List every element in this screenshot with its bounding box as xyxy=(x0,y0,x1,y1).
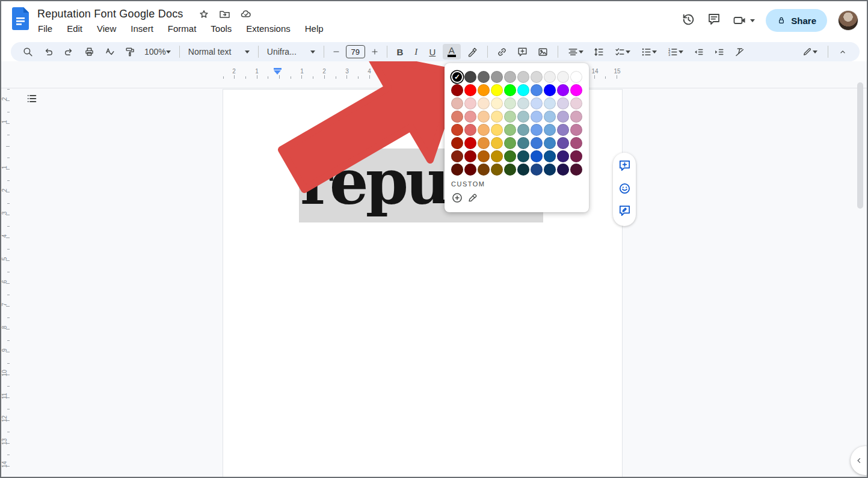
increase-font-size-button[interactable] xyxy=(369,44,381,60)
color-swatch[interactable] xyxy=(517,84,529,96)
color-swatch[interactable] xyxy=(570,137,582,149)
color-swatch[interactable] xyxy=(557,150,569,162)
color-swatch[interactable] xyxy=(504,150,516,162)
document-title[interactable]: Reputation Font Google Docs xyxy=(37,8,183,20)
share-button[interactable]: Share xyxy=(766,9,827,32)
line-spacing-icon[interactable] xyxy=(591,44,608,60)
color-swatch[interactable] xyxy=(504,137,516,149)
insert-link-icon[interactable] xyxy=(494,44,511,60)
color-swatch[interactable] xyxy=(478,164,490,176)
color-swatch[interactable] xyxy=(557,97,569,109)
color-swatch[interactable] xyxy=(517,164,529,176)
video-call-caret-icon[interactable] xyxy=(750,19,755,25)
color-swatch[interactable] xyxy=(478,111,490,123)
color-swatch[interactable] xyxy=(451,84,463,96)
paragraph-style-select[interactable]: Normal text xyxy=(186,47,252,57)
font-family-select[interactable]: Unifra... xyxy=(265,47,318,57)
search-menus-icon[interactable] xyxy=(19,44,36,60)
text-color-button[interactable]: A xyxy=(443,44,461,60)
italic-button[interactable]: I xyxy=(410,44,422,60)
bulleted-list-select[interactable] xyxy=(638,44,660,60)
add-comment-icon[interactable] xyxy=(514,44,531,60)
zoom-select[interactable]: 100% xyxy=(142,47,173,57)
menu-extensions[interactable]: Extensions xyxy=(246,23,290,34)
document-outline-icon[interactable] xyxy=(26,93,38,107)
color-swatch[interactable] xyxy=(464,124,476,136)
add-custom-color-icon[interactable] xyxy=(451,192,463,206)
color-swatch[interactable] xyxy=(504,84,516,96)
show-side-panel-button[interactable] xyxy=(851,446,868,475)
align-select[interactable] xyxy=(564,44,587,60)
account-avatar[interactable] xyxy=(838,10,858,31)
color-swatch[interactable] xyxy=(451,164,463,176)
color-swatch[interactable] xyxy=(451,137,463,149)
color-swatch[interactable] xyxy=(464,97,476,109)
editing-mode-select[interactable] xyxy=(798,44,822,60)
menu-help[interactable]: Help xyxy=(305,23,324,34)
color-swatch[interactable] xyxy=(478,71,490,83)
color-swatch[interactable] xyxy=(570,150,582,162)
color-swatch[interactable] xyxy=(517,124,529,136)
color-swatch[interactable] xyxy=(570,111,582,123)
color-swatch[interactable] xyxy=(544,111,556,123)
color-swatch[interactable] xyxy=(517,71,529,83)
menu-insert[interactable]: Insert xyxy=(131,23,153,34)
color-swatch[interactable] xyxy=(464,111,476,123)
bold-button[interactable]: B xyxy=(393,44,407,60)
color-swatch[interactable] xyxy=(531,111,543,123)
color-swatch[interactable] xyxy=(464,84,476,96)
color-swatch[interactable] xyxy=(478,124,490,136)
color-swatch[interactable] xyxy=(517,150,529,162)
color-swatch[interactable] xyxy=(531,97,543,109)
color-swatch[interactable] xyxy=(464,71,476,83)
color-swatch[interactable] xyxy=(570,124,582,136)
color-swatch[interactable] xyxy=(504,111,516,123)
eyedropper-icon[interactable] xyxy=(467,192,478,206)
google-docs-logo-icon[interactable] xyxy=(12,7,29,30)
menu-view[interactable]: View xyxy=(97,23,116,34)
color-swatch[interactable] xyxy=(531,164,543,176)
color-swatch[interactable] xyxy=(531,137,543,149)
color-swatch[interactable] xyxy=(570,164,582,176)
color-swatch[interactable] xyxy=(544,124,556,136)
color-swatch[interactable] xyxy=(451,97,463,109)
color-swatch[interactable] xyxy=(570,97,582,109)
color-swatch[interactable] xyxy=(464,150,476,162)
color-swatch[interactable] xyxy=(478,137,490,149)
color-swatch[interactable] xyxy=(451,124,463,136)
color-swatch[interactable] xyxy=(557,71,569,83)
color-swatch[interactable] xyxy=(544,150,556,162)
color-swatch[interactable] xyxy=(451,111,463,123)
version-history-icon[interactable] xyxy=(681,12,696,29)
color-swatch[interactable] xyxy=(544,97,556,109)
underline-button[interactable]: U xyxy=(426,44,439,60)
hide-menus-icon[interactable] xyxy=(834,44,851,60)
paint-format-icon[interactable] xyxy=(122,44,138,60)
color-swatch[interactable] xyxy=(504,97,516,109)
spellcheck-icon[interactable] xyxy=(101,44,118,60)
redo-icon[interactable] xyxy=(60,44,77,60)
color-swatch[interactable] xyxy=(570,84,582,96)
star-icon[interactable] xyxy=(198,8,210,20)
vertical-ruler[interactable]: 211234567891011121314 xyxy=(1,81,11,477)
margin-emoji-icon[interactable] xyxy=(618,182,632,198)
color-swatch[interactable] xyxy=(491,97,503,109)
color-swatch[interactable] xyxy=(570,71,582,83)
color-swatch[interactable] xyxy=(464,137,476,149)
move-folder-icon[interactable] xyxy=(218,8,231,20)
color-swatch[interactable] xyxy=(557,164,569,176)
color-swatch[interactable] xyxy=(531,84,543,96)
color-swatch[interactable] xyxy=(531,150,543,162)
increase-indent-icon[interactable] xyxy=(711,44,728,60)
color-swatch[interactable] xyxy=(557,111,569,123)
color-swatch[interactable] xyxy=(531,124,543,136)
color-swatch[interactable] xyxy=(557,137,569,149)
color-swatch[interactable] xyxy=(491,71,503,83)
color-swatch[interactable] xyxy=(557,124,569,136)
menu-format[interactable]: Format xyxy=(168,23,197,34)
decrease-indent-icon[interactable] xyxy=(691,44,707,60)
color-swatch[interactable] xyxy=(478,150,490,162)
horizontal-ruler[interactable]: 21123456789101112131415 xyxy=(1,67,867,81)
color-swatch[interactable] xyxy=(531,71,543,83)
margin-add-comment-icon[interactable] xyxy=(618,159,632,175)
